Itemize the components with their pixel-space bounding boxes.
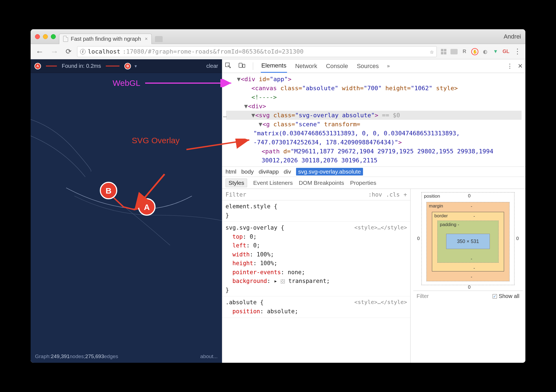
extension-icons: R ✋ ◐ ▼ GL xyxy=(440,48,510,55)
styles-filter-input[interactable]: Filter xyxy=(226,191,246,198)
css-rule-svg-overlay[interactable]: <style>…</style> svg.svg-overlay { top: … xyxy=(222,222,410,296)
page-icon xyxy=(63,36,68,42)
breadcrumb[interactable]: html body div#app div svg.svg-overlay.ab… xyxy=(222,166,525,177)
ext-google-icon[interactable] xyxy=(440,48,447,55)
about-link[interactable]: about... xyxy=(200,353,218,359)
edges-word: edges xyxy=(104,353,118,359)
marker-b-label: B xyxy=(106,186,112,195)
svg-rect-12 xyxy=(243,64,245,68)
inspect-icon[interactable] xyxy=(225,62,231,70)
ext-grid-icon[interactable] xyxy=(450,48,458,55)
box-dimensions: 350 × 531 xyxy=(457,239,479,244)
map-svg: B A xyxy=(31,73,222,346)
nodes-word: nodes; xyxy=(70,353,85,359)
profile-name[interactable]: Andrei xyxy=(504,33,521,40)
devtools-pane: Elements Network Console Sources » ⋮ ✕ ▼… xyxy=(222,59,525,363)
svg-rect-1 xyxy=(444,49,446,51)
bookmark-star-icon[interactable]: ☆ xyxy=(430,48,434,55)
connector-line xyxy=(106,66,119,66)
back-button[interactable]: ← xyxy=(34,47,45,56)
annotation-svg-label: SVG Overlay xyxy=(132,136,180,145)
annotation-webgl-label: WebGL xyxy=(113,78,140,88)
devtools-tabs: Elements Network Console Sources » ⋮ ✕ xyxy=(222,59,525,73)
box-model-pane: position 0 0 0 0 margin - - border - - p… xyxy=(411,189,525,363)
css-element-style[interactable]: element.style { } xyxy=(222,200,410,222)
dom-selected-row: … ▼<svg class="svg-overlay absolute"> ==… xyxy=(226,111,522,120)
tab-console[interactable]: Console xyxy=(325,59,349,73)
tab-title: Fast path finding with ngraph xyxy=(71,36,141,42)
found-label: Found in: 0.2ms xyxy=(62,63,101,69)
nodes-count: 249,391 xyxy=(51,353,70,359)
ext-ghost-icon[interactable]: ◐ xyxy=(482,48,489,55)
titlebar: Fast path finding with ngraph × Andrei xyxy=(31,29,525,44)
annotation-arrow-to-marker xyxy=(129,171,170,215)
browser-tab[interactable]: Fast path finding with ngraph × xyxy=(59,34,152,44)
showall-checkbox[interactable]: ✓ xyxy=(493,294,497,299)
site-info-icon[interactable]: i xyxy=(80,49,86,54)
styles-filter-row: Filter :hov .cls + xyxy=(222,189,410,200)
url-path: :17080/#?graph=rome-roads&fromId=86536&t… xyxy=(122,48,303,55)
svg-rect-2 xyxy=(441,52,443,54)
css-rule-absolute[interactable]: <style>…</style> .absolute { position: a… xyxy=(222,296,410,318)
tabs-overflow[interactable]: » xyxy=(387,63,390,69)
crumb-svg[interactable]: svg.svg-overlay.absolute xyxy=(296,168,363,175)
traffic-lights xyxy=(35,34,56,39)
clear-button[interactable]: clear xyxy=(206,63,218,69)
box-model: position 0 0 0 0 margin - - border - - p… xyxy=(416,192,520,291)
computed-footer: Filter ✓Show all xyxy=(413,291,523,302)
annotation-arrow-to-svg xyxy=(184,139,255,166)
app-topbar: A Found in: 0.2ms B ▼ clear xyxy=(31,59,222,73)
connector-line xyxy=(46,66,57,66)
ext-vue-icon[interactable]: ▼ xyxy=(492,48,499,55)
svg-line-8 xyxy=(186,140,249,150)
crumb-body[interactable]: body xyxy=(241,168,254,175)
marker-b-chip[interactable]: B xyxy=(124,63,131,69)
crumb-html[interactable]: html xyxy=(226,168,236,175)
tab-properties[interactable]: Properties xyxy=(350,180,376,186)
tab-elements[interactable]: Elements xyxy=(261,59,287,73)
svg-rect-4 xyxy=(450,49,458,54)
tab-dom-breakpoints[interactable]: DOM Breakpoints xyxy=(299,180,344,186)
computed-filter[interactable]: Filter xyxy=(417,293,429,299)
tab-sources[interactable]: Sources xyxy=(356,59,379,73)
reload-button[interactable]: ⟳ xyxy=(63,47,74,56)
devtools-close-icon[interactable]: ✕ xyxy=(518,63,523,70)
svg-rect-11 xyxy=(239,63,242,68)
add-rule-button[interactable]: + xyxy=(403,191,407,198)
browser-toolbar: ← → ⟳ i localhost:17080/#?graph=rome-roa… xyxy=(31,44,525,59)
close-tab-button[interactable]: × xyxy=(145,36,148,42)
styles-pane: Filter :hov .cls + element.style { } <st… xyxy=(222,189,411,363)
crumb-divapp[interactable]: div#app xyxy=(259,168,279,175)
tab-network[interactable]: Network xyxy=(295,59,318,73)
content-area: A Found in: 0.2ms B ▼ clear xyxy=(31,59,525,363)
forward-button: → xyxy=(49,47,60,56)
annotation-webgl: WebGL xyxy=(113,78,235,88)
edges-count: 275,693 xyxy=(85,353,104,359)
browser-window: Fast path finding with ngraph × Andrei ←… xyxy=(31,29,525,363)
dom-tree[interactable]: ▼<div id="app"> <canvas class="absolute"… xyxy=(222,73,525,166)
devtools-menu-icon[interactable]: ⋮ xyxy=(507,63,513,70)
color-swatch-icon xyxy=(281,279,285,283)
crumb-div[interactable]: div xyxy=(284,168,291,175)
dropdown-icon[interactable]: ▼ xyxy=(134,64,137,68)
hov-toggle[interactable]: :hov xyxy=(368,191,382,198)
ext-gl-icon[interactable]: GL xyxy=(502,48,510,55)
map-canvas[interactable]: B A xyxy=(31,73,222,363)
browser-menu-button[interactable]: ⋮ xyxy=(513,47,522,56)
svg-rect-0 xyxy=(441,49,443,51)
address-bar[interactable]: i localhost:17080/#?graph=rome-roads&fro… xyxy=(77,46,437,57)
ext-r-icon[interactable]: R xyxy=(461,48,468,55)
minimize-window-button[interactable] xyxy=(43,34,48,39)
close-window-button[interactable] xyxy=(35,34,40,39)
device-icon[interactable] xyxy=(239,62,245,70)
new-tab-button[interactable] xyxy=(155,36,163,42)
svg-line-9 xyxy=(134,174,165,210)
app-pane: A Found in: 0.2ms B ▼ clear xyxy=(31,59,222,363)
cls-toggle[interactable]: .cls xyxy=(386,191,400,198)
marker-a-chip[interactable]: A xyxy=(34,63,41,69)
tab-styles[interactable]: Styles xyxy=(226,179,247,187)
maximize-window-button[interactable] xyxy=(51,34,56,39)
ext-ublock-icon[interactable]: ✋ xyxy=(471,48,478,55)
svg-rect-3 xyxy=(444,52,446,54)
tab-event-listeners[interactable]: Event Listeners xyxy=(253,180,293,186)
